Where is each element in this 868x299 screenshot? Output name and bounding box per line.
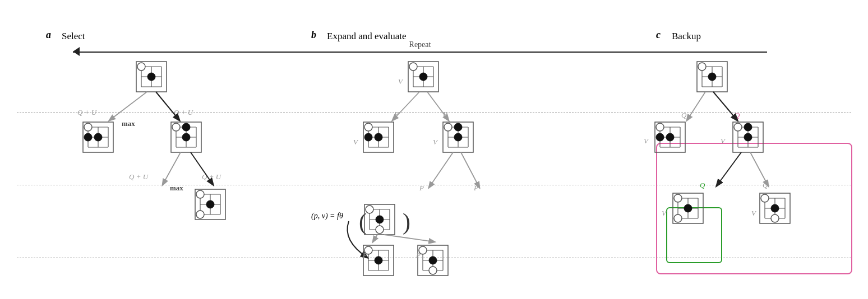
svg-point-28 — [182, 133, 190, 141]
board-b-level2-right — [443, 122, 473, 152]
svg-rect-51 — [408, 62, 438, 92]
repeat-label: Repeat — [409, 40, 431, 49]
board-a-level2-left — [83, 122, 113, 152]
svg-point-61 — [375, 133, 382, 141]
svg-point-71 — [454, 133, 462, 141]
svg-point-40 — [196, 190, 204, 198]
svg-point-7 — [137, 63, 145, 71]
svg-rect-30 — [171, 122, 201, 152]
v-b-level2-right: V — [433, 138, 438, 146]
max-label-1: max — [122, 119, 135, 128]
svg-point-50 — [409, 63, 417, 71]
section-c-label: c — [656, 29, 661, 41]
svg-line-10 — [156, 92, 179, 120]
svg-point-93 — [364, 246, 372, 254]
section-a-label: a — [46, 29, 51, 41]
board-b-root — [408, 62, 438, 92]
board-b-level2-left — [363, 122, 394, 152]
svg-line-106 — [384, 235, 435, 242]
svg-point-84 — [376, 226, 384, 233]
svg-point-136 — [744, 123, 752, 131]
svg-point-125 — [666, 133, 674, 141]
qu-label-left-2: Q + U — [129, 172, 149, 181]
svg-rect-42 — [195, 189, 225, 219]
svg-point-60 — [364, 123, 372, 131]
board-b-level3-left — [363, 245, 394, 275]
svg-line-74 — [429, 152, 453, 188]
svg-rect-20 — [83, 122, 113, 152]
svg-line-75 — [461, 152, 479, 188]
p-b-2: P — [442, 110, 447, 118]
svg-rect-73 — [443, 122, 473, 152]
dashed-line-1 — [17, 112, 851, 113]
svg-rect-63 — [363, 122, 394, 152]
close-paren: ) — [403, 209, 410, 235]
svg-line-53 — [427, 92, 449, 120]
svg-point-72 — [454, 123, 462, 131]
svg-line-32 — [191, 152, 213, 185]
v-b-level2-left: V — [353, 138, 359, 146]
svg-point-135 — [744, 133, 752, 141]
board-a-level3 — [195, 189, 225, 219]
svg-line-105 — [373, 235, 377, 242]
section-b-label: b — [311, 29, 316, 41]
svg-point-134 — [734, 123, 742, 131]
svg-point-27 — [172, 123, 180, 131]
svg-rect-94 — [363, 245, 394, 275]
svg-point-17 — [84, 123, 92, 131]
svg-point-39 — [206, 200, 214, 208]
svg-point-19 — [84, 133, 92, 141]
svg-point-62 — [364, 133, 372, 141]
svg-rect-115 — [697, 62, 727, 92]
v-c-level2-left: V — [644, 137, 649, 145]
svg-point-82 — [376, 216, 384, 223]
board-a-level2-right — [171, 122, 201, 152]
p-b-1: P — [394, 110, 399, 118]
svg-point-113 — [708, 73, 716, 81]
repeat-arrow — [73, 47, 80, 56]
repeat-container: Repeat — [73, 40, 767, 57]
svg-point-18 — [94, 133, 102, 141]
svg-line-117 — [713, 92, 737, 120]
svg-point-83 — [366, 205, 373, 213]
svg-line-116 — [687, 92, 705, 120]
svg-point-70 — [444, 123, 452, 131]
svg-rect-8 — [136, 62, 167, 92]
v-b-root: V — [398, 77, 404, 86]
svg-point-49 — [419, 73, 427, 81]
svg-line-31 — [163, 152, 181, 185]
svg-point-101 — [419, 246, 427, 254]
svg-point-124 — [656, 123, 664, 131]
repeat-line — [73, 52, 767, 53]
svg-point-6 — [147, 73, 155, 81]
svg-rect-85 — [364, 204, 395, 235]
svg-rect-104 — [418, 245, 448, 275]
svg-point-114 — [698, 63, 706, 71]
svg-line-9 — [109, 92, 147, 120]
qu-label-right-2: Q + U — [202, 172, 222, 181]
svg-point-41 — [196, 211, 204, 218]
board-b-equation — [364, 204, 395, 235]
svg-line-52 — [393, 92, 419, 120]
svg-point-126 — [656, 133, 664, 141]
main-container: a Select b Expand and evaluate c Backup … — [0, 0, 868, 299]
svg-point-29 — [182, 123, 190, 131]
board-c-root — [697, 62, 727, 92]
highlight-box-green — [666, 207, 722, 263]
board-a-root — [136, 62, 167, 92]
board-b-level3-right — [418, 245, 448, 275]
open-paren: ( — [359, 209, 367, 235]
svg-point-103 — [429, 267, 437, 274]
equation-text: (p, v) = fθ — [311, 212, 343, 221]
